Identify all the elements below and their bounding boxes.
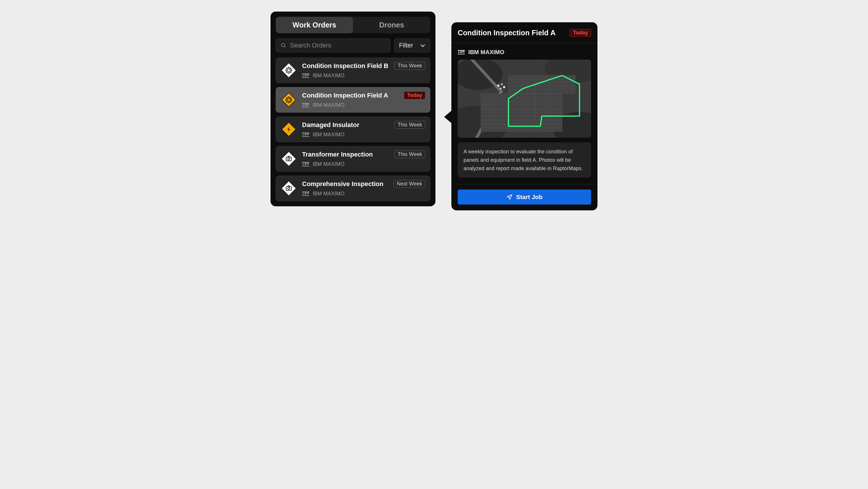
svg-line-10 <box>290 72 291 73</box>
gear-icon <box>281 62 297 79</box>
svg-rect-2 <box>282 63 296 77</box>
divider <box>452 184 597 184</box>
svg-rect-54 <box>508 75 575 93</box>
svg-line-23 <box>290 97 291 98</box>
svg-point-0 <box>281 43 285 47</box>
order-title: Transformer Inspection <box>302 151 373 158</box>
schedule-badge: Today <box>404 91 425 99</box>
filter-button[interactable]: Filter <box>394 38 430 52</box>
work-orders-panel: Work Orders Drones Filter Conditi <box>271 11 435 206</box>
search-icon <box>281 42 286 49</box>
svg-line-21 <box>290 101 291 102</box>
camera-icon <box>281 151 297 167</box>
svg-line-12 <box>290 68 291 68</box>
ibm-logo-icon: IBM <box>302 103 309 108</box>
order-source: IBM IBM MAXIMO <box>302 102 425 108</box>
order-title: Condition Inspection Field B <box>302 62 388 70</box>
filter-label: Filter <box>399 42 413 49</box>
ibm-logo-icon: IBM <box>302 191 309 196</box>
order-title: Comprehensive Inspection <box>302 180 383 188</box>
detail-source: IBM IBM MAXIMO <box>452 43 597 60</box>
detail-description: A weekly inspection to evaluate the cond… <box>458 142 591 178</box>
schedule-badge: Today <box>570 29 591 37</box>
order-title: Damaged Insulator <box>302 121 359 129</box>
svg-rect-13 <box>282 93 296 107</box>
chevron-down-icon <box>420 44 425 47</box>
order-card[interactable]: Condition Inspection Field A Today IBM I… <box>276 87 430 113</box>
order-source: IBM IBM MAXIMO <box>302 161 425 167</box>
svg-point-65 <box>503 86 505 88</box>
ibm-logo-icon: IBM <box>458 50 465 54</box>
ibm-logo-icon: IBM <box>302 132 309 137</box>
ibm-logo-icon: IBM <box>302 162 309 166</box>
navigation-arrow-icon <box>506 194 513 200</box>
svg-point-66 <box>500 88 501 89</box>
svg-point-64 <box>501 83 503 85</box>
schedule-badge: This Week <box>394 62 425 70</box>
order-card[interactable]: Transformer Inspection This Week IBM IBM… <box>276 146 430 172</box>
bolt-icon <box>281 121 297 137</box>
search-row: Filter <box>276 38 430 52</box>
svg-rect-28 <box>282 181 296 195</box>
svg-rect-25 <box>282 152 296 166</box>
tab-drones[interactable]: Drones <box>353 17 430 33</box>
svg-line-20 <box>286 97 287 98</box>
tabs: Work Orders Drones <box>276 17 430 33</box>
schedule-badge: This Week <box>394 121 425 129</box>
start-job-label: Start Job <box>516 193 542 201</box>
callout-arrow-icon <box>444 111 452 123</box>
start-job-button[interactable]: Start Job <box>458 189 591 205</box>
schedule-badge: Next Week <box>394 180 425 188</box>
ibm-logo-icon: IBM <box>302 73 309 78</box>
schedule-badge: This Week <box>394 150 425 158</box>
order-source: IBM IBM MAXIMO <box>302 191 425 197</box>
order-source: IBM IBM MAXIMO <box>302 132 425 138</box>
gear-icon <box>281 92 297 108</box>
detail-title: Condition Inspection Field A <box>458 29 556 37</box>
svg-line-9 <box>286 68 287 68</box>
order-card[interactable]: Comprehensive Inspection Next Week IBM I… <box>276 176 430 201</box>
order-list: Condition Inspection Field B This Week I… <box>276 58 430 201</box>
camera-icon <box>281 180 297 196</box>
svg-line-22 <box>286 101 287 102</box>
site-map[interactable] <box>458 60 591 138</box>
search-input[interactable] <box>290 42 386 49</box>
svg-line-11 <box>286 72 287 73</box>
order-title: Condition Inspection Field A <box>302 92 388 99</box>
tab-work-orders[interactable]: Work Orders <box>276 17 353 33</box>
order-card[interactable]: Condition Inspection Field B This Week I… <box>276 58 430 83</box>
search-box[interactable] <box>276 38 391 52</box>
order-source: IBM IBM MAXIMO <box>302 73 425 79</box>
svg-line-1 <box>284 46 286 48</box>
svg-point-63 <box>497 85 499 87</box>
order-detail-panel: Condition Inspection Field A Today IBM I… <box>452 22 597 210</box>
order-card[interactable]: Damaged Insulator This Week IBM IBM MAXI… <box>276 117 430 142</box>
